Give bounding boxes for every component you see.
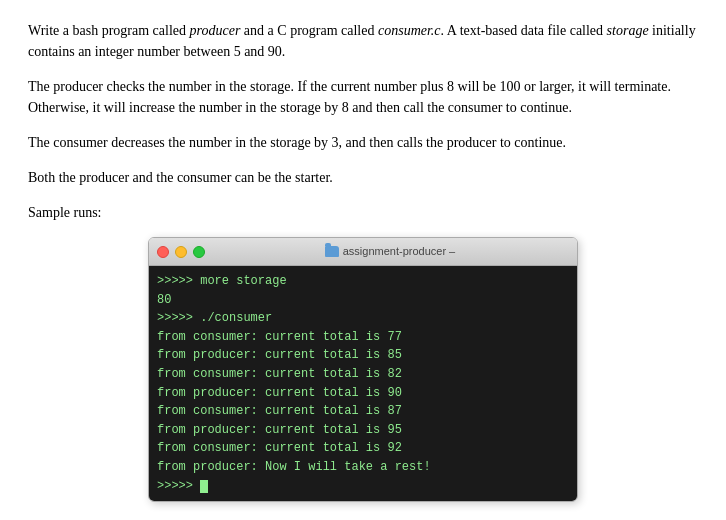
paragraph-3: The consumer decreases the number in the… [28,132,698,153]
titlebar-label: assignment-producer – [211,243,569,260]
terminal-line-1: >>>>> more storage [157,272,569,291]
terminal-cursor [200,480,208,493]
terminal-line-12: >>>>> [157,477,569,496]
storage-italic: storage [607,23,649,38]
terminal-line-10: from consumer: current total is 92 [157,439,569,458]
sample-runs-label: Sample runs: [28,202,698,223]
text-after: . A text-based data file called [441,23,607,38]
paragraph-4: Both the producer and the consumer can b… [28,167,698,188]
terminal-line-5: from producer: current total is 85 [157,346,569,365]
consumer-italic: consumer.c [378,23,441,38]
maximize-button-dot[interactable] [193,246,205,258]
terminal-line-6: from consumer: current total is 82 [157,365,569,384]
titlebar-text: assignment-producer – [343,243,456,260]
close-button-dot[interactable] [157,246,169,258]
terminal-line-3: >>>>> ./consumer [157,309,569,328]
terminal-line-7: from producer: current total is 90 [157,384,569,403]
terminal-window: assignment-producer – >>>>> more storage… [148,237,578,502]
terminal-titlebar: assignment-producer – [149,238,577,266]
terminal-line-4: from consumer: current total is 77 [157,328,569,347]
terminal-line-2: 80 [157,291,569,310]
producer-italic: producer [190,23,241,38]
terminal-line-9: from producer: current total is 95 [157,421,569,440]
terminal-line-8: from consumer: current total is 87 [157,402,569,421]
terminal-wrapper: assignment-producer – >>>>> more storage… [28,237,698,502]
text-middle: and a C program called [240,23,378,38]
paragraph-2: The producer checks the number in the st… [28,76,698,118]
folder-icon [325,246,339,257]
minimize-button-dot[interactable] [175,246,187,258]
terminal-body: >>>>> more storage 80 >>>>> ./consumer f… [149,266,577,501]
terminal-line-11: from producer: Now I will take a rest! [157,458,569,477]
paragraph-1: Write a bash program called producer and… [28,20,698,62]
text-before-producer: Write a bash program called [28,23,190,38]
